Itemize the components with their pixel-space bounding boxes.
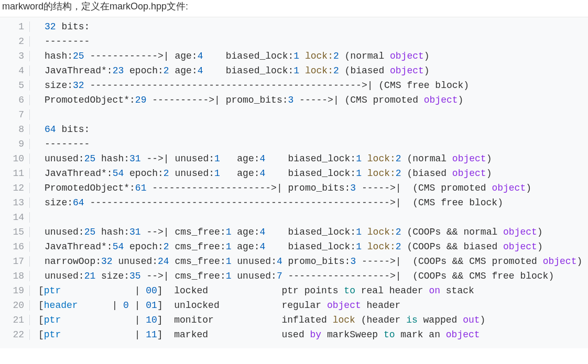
token: ] unlocked regular xyxy=(157,300,327,311)
token: object xyxy=(503,227,537,237)
token: JavaThread*: xyxy=(45,241,113,252)
code-content: 32 bits: xyxy=(30,21,90,32)
token: [ xyxy=(38,285,44,296)
line-number: 4 xyxy=(0,65,30,76)
token: 25 xyxy=(84,153,96,164)
token: object xyxy=(327,300,361,311)
token: lock: xyxy=(367,168,396,179)
code-content: unused:25 hash:31 -->| unused:1 age:4 bi… xyxy=(30,153,492,164)
token: 0 xyxy=(123,300,129,311)
code-line: 864 bits: xyxy=(0,124,588,139)
code-content: [ptr | 10] monitor inflated lock (header… xyxy=(30,315,485,325)
token: (COOPs && biased xyxy=(401,241,503,252)
token: unused: xyxy=(232,271,277,281)
code-line: 7 xyxy=(0,109,588,124)
token: object xyxy=(452,153,486,164)
token: 25 xyxy=(84,227,96,237)
token: 2 xyxy=(164,65,169,76)
token: biased_lock: xyxy=(265,153,356,164)
code-line: 12PromotedObject*:61 -------------------… xyxy=(0,183,588,197)
token: 1 xyxy=(226,256,232,267)
token: 1 xyxy=(293,65,299,76)
token: ----->| (CMS promoted xyxy=(356,183,492,193)
code-content: 64 bits: xyxy=(30,124,90,135)
token: markSweep xyxy=(321,329,384,340)
code-content: JavaThread*:54 epoch:2 cms_free:1 age:4 … xyxy=(30,241,543,252)
line-number: 22 xyxy=(0,329,30,340)
token: 1 xyxy=(214,153,220,164)
token: ---------->| promo_bits: xyxy=(146,95,288,105)
token: to xyxy=(384,329,395,340)
token: 64 xyxy=(45,124,56,135)
token: | xyxy=(129,300,146,311)
token: real header xyxy=(355,285,429,296)
token: mark an xyxy=(395,329,446,340)
token: unused: xyxy=(45,227,84,237)
token: lock: xyxy=(305,51,333,61)
token: ) xyxy=(486,153,492,164)
token: lock: xyxy=(305,65,333,76)
token: ------------>| age: xyxy=(84,51,198,61)
token: age: xyxy=(169,65,198,76)
code-content: [ptr | 11] marked used by markSweep to m… xyxy=(30,329,480,340)
token: 1 xyxy=(214,168,220,179)
token: 4 xyxy=(260,227,266,237)
token: ] locked ptr points xyxy=(157,285,344,296)
token: 1 xyxy=(226,241,232,252)
token: -->| unused: xyxy=(141,153,214,164)
token: lock: xyxy=(367,241,396,252)
code-content: JavaThread*:54 epoch:2 unused:1 age:4 bi… xyxy=(30,168,492,179)
line-number: 21 xyxy=(0,315,30,325)
token: size: xyxy=(45,197,73,208)
line-number: 2 xyxy=(0,36,30,47)
token: age: xyxy=(232,227,260,237)
token: lock xyxy=(333,315,355,325)
token: biased_lock: xyxy=(203,65,294,76)
token: object xyxy=(543,256,577,267)
token: ) xyxy=(526,183,531,193)
code-line: 132 bits: xyxy=(0,21,588,36)
code-line: 2-------- xyxy=(0,36,588,51)
token: stack xyxy=(440,285,474,296)
token: hash: xyxy=(95,227,129,237)
token: [ xyxy=(38,329,44,340)
token: epoch: xyxy=(124,241,164,252)
token: 32 xyxy=(73,80,84,91)
token xyxy=(362,168,367,179)
token: | xyxy=(61,315,146,325)
token: ) xyxy=(424,65,430,76)
token: header xyxy=(44,300,78,311)
token: cms_free: xyxy=(169,241,226,252)
token: age: xyxy=(232,241,260,252)
token: 1 xyxy=(356,227,362,237)
line-number: 17 xyxy=(0,256,30,267)
token xyxy=(362,227,367,237)
token: cms_free: xyxy=(169,256,226,267)
token: PromotedObject*: xyxy=(45,95,135,105)
token: 1 xyxy=(356,241,362,252)
token: (biased xyxy=(401,168,452,179)
code-line: 3hash:25 ------------>| age:4 biased_loc… xyxy=(0,51,588,65)
token: biased_lock: xyxy=(265,241,356,252)
page-title: markword的结构，定义在markOop.hpp文件: xyxy=(0,0,588,17)
token: lock: xyxy=(367,153,396,164)
token: ptr xyxy=(44,329,61,340)
code-line: 17narrowOop:32 unused:24 cms_free:1 unus… xyxy=(0,256,588,271)
token: | xyxy=(78,300,123,311)
token: unused: xyxy=(45,153,84,164)
token: 21 xyxy=(84,271,96,281)
token xyxy=(299,65,305,76)
token: ptr xyxy=(44,315,61,325)
token: age: xyxy=(220,168,260,179)
token: object xyxy=(424,95,458,105)
token: unused: xyxy=(169,168,214,179)
token: 1 xyxy=(356,168,362,179)
token: 2 xyxy=(333,65,339,76)
token: unused: xyxy=(45,271,84,281)
token: [ xyxy=(38,300,44,311)
token: hash: xyxy=(45,51,73,61)
line-number: 7 xyxy=(0,109,30,120)
token: 23 xyxy=(113,65,124,76)
token: ----->| (CMS promoted xyxy=(293,95,423,105)
token: 4 xyxy=(198,65,203,76)
